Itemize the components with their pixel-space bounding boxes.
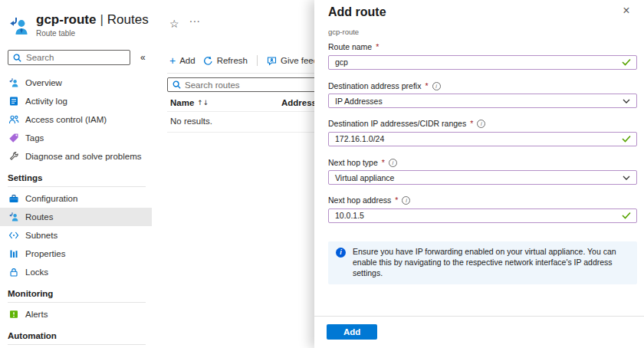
tag-icon: [8, 133, 19, 144]
route-name-field: [328, 54, 637, 69]
sidebar-item-activity-log[interactable]: Activity log: [0, 92, 152, 110]
give-feedback-button[interactable]: Give feedback: [263, 56, 314, 66]
page-header: gcp-route|Routes Route table ☆ ...: [0, 0, 314, 46]
plus-icon: +: [169, 55, 176, 66]
no-results-text: No results.: [170, 117, 314, 126]
sidebar-item-label: Locks: [25, 268, 48, 277]
sort-arrows-icon: ↑↓: [197, 99, 209, 107]
sidebar-item-locks[interactable]: Locks: [0, 263, 152, 281]
next-hop-type-label: Next hop type * i: [328, 158, 397, 167]
dest-prefix-select[interactable]: IP Addresses: [328, 94, 637, 108]
overview-icon: [8, 77, 19, 89]
resource-type-label: Route table: [36, 29, 149, 38]
sidebar-item-tags[interactable]: Tags: [0, 129, 152, 147]
title-separator: |: [100, 12, 103, 27]
required-asterisk: *: [376, 42, 379, 51]
next-hop-address-label: Next hop address * i: [328, 195, 410, 205]
routes-search-box[interactable]: [167, 77, 314, 92]
sidebar-item-label: Access control (IAM): [25, 115, 107, 124]
panel-footer-rule: [314, 316, 644, 317]
chevron-down-icon: [623, 99, 630, 103]
column-header-address[interactable]: Address prefix: [281, 98, 314, 107]
toolbar-divider: [257, 55, 258, 66]
section-divider: [8, 186, 146, 187]
dest-ip-input[interactable]: [328, 132, 637, 146]
sidebar-item-label: Activity log: [25, 97, 67, 106]
sidebar-section-monitoring: Monitoring: [0, 286, 153, 302]
sidebar-section-automation: Automation: [0, 328, 153, 344]
table-bottom-rule: [167, 132, 314, 133]
required-asterisk: *: [470, 119, 473, 128]
wrench-icon: [8, 151, 19, 163]
panel-title: Add route: [328, 5, 386, 19]
routes-icon: [8, 212, 19, 223]
more-actions-icon[interactable]: ...: [189, 12, 201, 25]
info-tooltip-icon[interactable]: i: [432, 82, 441, 90]
sidebar-item-label: Overview: [25, 78, 62, 87]
properties-icon: [8, 248, 19, 260]
dest-ip-label: Destination IP addresses/CIDR ranges * i: [328, 119, 485, 128]
sidebar-search-box[interactable]: [8, 50, 130, 65]
dest-prefix-field: IP Addresses: [328, 94, 637, 108]
sidebar-item-properties[interactable]: Properties: [0, 245, 152, 263]
sidebar-item-routes[interactable]: Routes: [0, 208, 152, 226]
next-hop-type-select[interactable]: Virtual appliance: [328, 170, 637, 185]
close-icon[interactable]: ×: [619, 3, 634, 18]
add-route-button[interactable]: + Add: [166, 55, 199, 66]
routes-search-input[interactable]: [185, 80, 314, 90]
sidebar-item-label: Routes: [25, 212, 53, 222]
configuration-icon: [8, 193, 19, 205]
next-hop-type-field: Virtual appliance: [328, 170, 637, 185]
info-tooltip-icon[interactable]: i: [477, 120, 485, 128]
dest-prefix-label: Destination address prefix * i: [328, 81, 441, 90]
info-tooltip-icon[interactable]: i: [389, 159, 397, 167]
next-hop-address-input[interactable]: [328, 208, 637, 223]
sidebar-collapse-icon[interactable]: «: [140, 52, 146, 63]
search-icon: [172, 80, 181, 89]
sidebar-item-access-control[interactable]: Access control (IAM): [0, 110, 152, 129]
sidebar-item-label: Tags: [25, 133, 44, 143]
resource-sidebar: « Overview Activity log Access: [0, 46, 153, 348]
add-route-panel: Add route gcp-route × Route name * Desti…: [314, 0, 644, 348]
resource-section: Routes: [107, 12, 149, 27]
lock-icon: [8, 267, 19, 278]
alerts-icon: [8, 309, 19, 320]
required-asterisk: *: [382, 158, 385, 167]
sidebar-item-configuration[interactable]: Configuration: [0, 189, 152, 208]
valid-check-icon: [622, 135, 631, 143]
sidebar-item-overview[interactable]: Overview: [0, 74, 152, 92]
next-hop-address-field: [328, 208, 637, 222]
route-name-input[interactable]: [328, 55, 637, 70]
sidebar-item-subnets[interactable]: Subnets: [0, 226, 152, 245]
command-bar: + Add Refresh Give feedback: [161, 51, 314, 70]
access-control-icon: [8, 114, 19, 126]
feedback-icon: [267, 56, 277, 66]
refresh-button[interactable]: Refresh: [199, 56, 251, 66]
sidebar-item-label: Diagnose and solve problems: [25, 152, 142, 161]
sidebar-item-label: Subnets: [25, 231, 58, 240]
dest-ip-field: [328, 131, 637, 146]
ip-forwarding-info-banner: i Ensure you have IP forwarding enabled …: [328, 241, 637, 284]
section-divider: [8, 344, 146, 345]
toolbar-rule: [167, 73, 314, 74]
sidebar-item-alerts[interactable]: Alerts: [0, 305, 152, 323]
panel-subtitle: gcp-route: [328, 28, 359, 36]
table-header-rule: [167, 111, 314, 112]
column-header-name[interactable]: Name ↑↓: [170, 98, 281, 107]
sidebar-item-diagnose[interactable]: Diagnose and solve problems: [0, 147, 152, 166]
route-name-label: Route name *: [328, 42, 379, 51]
add-submit-button[interactable]: Add: [327, 324, 377, 340]
chevron-down-icon: [623, 176, 630, 180]
info-message: Ensure you have IP forwarding enabled on…: [353, 247, 628, 279]
page-title: gcp-route|Routes Route table: [36, 12, 149, 38]
valid-check-icon: [622, 212, 631, 219]
sidebar-search-input[interactable]: [26, 53, 125, 62]
section-divider: [8, 302, 146, 303]
refresh-icon: [203, 56, 213, 66]
favorite-star-icon[interactable]: ☆: [169, 18, 179, 30]
search-icon: [13, 54, 21, 62]
routes-table-header: Name ↑↓ Address prefix: [170, 98, 314, 107]
required-asterisk: *: [425, 81, 428, 90]
route-table-resource-icon: [8, 15, 30, 37]
info-tooltip-icon[interactable]: i: [402, 196, 410, 205]
